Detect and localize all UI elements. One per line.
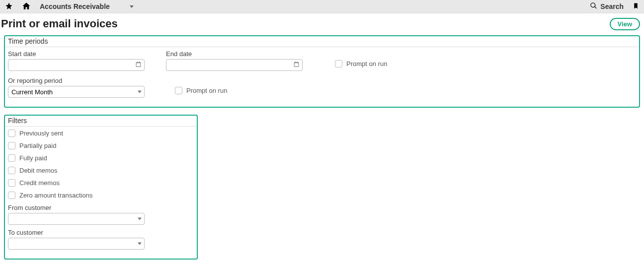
chevron-down-icon xyxy=(130,5,134,8)
filter-partially-paid-checkbox[interactable] xyxy=(8,142,15,149)
filter-partially-paid: Partially paid xyxy=(8,142,194,149)
module-label: Accounts Receivable xyxy=(40,2,110,10)
time-periods-title: Time periods xyxy=(5,36,639,47)
from-customer-label: From customer xyxy=(8,204,147,211)
prompt-on-run-2-checkbox[interactable] xyxy=(175,87,182,94)
search-button[interactable]: Search xyxy=(590,2,624,11)
topbar-right: Search xyxy=(590,2,639,11)
end-date-field: End date xyxy=(166,50,305,71)
filter-previously-sent-checkbox[interactable] xyxy=(8,130,15,137)
filter-zero-amount-checkbox[interactable] xyxy=(8,192,15,199)
home-icon[interactable] xyxy=(22,1,31,12)
star-icon[interactable] xyxy=(5,2,13,11)
page-title: Print or email invoices xyxy=(1,17,118,30)
topbar: Accounts Receivable Search xyxy=(0,0,644,13)
end-date-label: End date xyxy=(166,50,305,58)
start-date-field: Start date xyxy=(8,50,147,71)
filter-label: Fully paid xyxy=(19,154,47,162)
filter-fully-paid: Fully paid xyxy=(8,154,194,162)
from-customer-select[interactable] xyxy=(8,213,145,225)
view-button[interactable]: View xyxy=(610,18,640,30)
page-header: Print or email invoices View xyxy=(0,13,644,34)
topbar-left: Accounts Receivable xyxy=(5,1,134,12)
filter-label: Debit memos xyxy=(19,167,58,174)
prompt-on-run-2: Prompt on run xyxy=(175,87,227,94)
reporting-period-select[interactable] xyxy=(8,86,145,98)
filter-debit-memos: Debit memos xyxy=(8,167,194,174)
filters-panel: Filters Previously sent Partially paid F… xyxy=(4,115,198,260)
time-periods-panel: Time periods Start date End date xyxy=(4,35,640,108)
filter-label: Partially paid xyxy=(19,142,56,149)
prompt-on-run-2-label: Prompt on run xyxy=(186,87,227,94)
filter-label: Previously sent xyxy=(19,130,63,137)
to-customer-label: To customer xyxy=(8,229,147,236)
start-date-label: Start date xyxy=(8,50,147,58)
reporting-period-label: Or reporting period xyxy=(8,77,147,84)
filter-previously-sent: Previously sent xyxy=(8,130,194,137)
module-dropdown[interactable]: Accounts Receivable xyxy=(40,2,134,10)
filter-label: Zero amount transactions xyxy=(19,192,92,199)
to-customer-field: To customer xyxy=(8,229,147,250)
prompt-on-run-1: Prompt on run xyxy=(335,60,387,67)
filter-credit-memos: Credit memos xyxy=(8,179,194,187)
prompt-on-run-1-label: Prompt on run xyxy=(346,60,387,67)
start-date-input[interactable] xyxy=(8,59,145,71)
to-customer-select[interactable] xyxy=(8,238,145,250)
bookmark-icon[interactable] xyxy=(633,2,639,11)
filter-label: Credit memos xyxy=(19,179,60,187)
from-customer-field: From customer xyxy=(8,204,147,225)
search-icon xyxy=(590,2,597,11)
filter-debit-memos-checkbox[interactable] xyxy=(8,167,15,174)
filter-credit-memos-checkbox[interactable] xyxy=(8,179,15,187)
prompt-on-run-1-checkbox[interactable] xyxy=(335,60,342,67)
end-date-input[interactable] xyxy=(166,59,303,71)
filter-fully-paid-checkbox[interactable] xyxy=(8,154,15,162)
reporting-period-field: Or reporting period xyxy=(8,77,147,98)
search-label: Search xyxy=(600,2,624,10)
filters-title: Filters xyxy=(5,116,197,127)
filter-zero-amount: Zero amount transactions xyxy=(8,192,194,199)
